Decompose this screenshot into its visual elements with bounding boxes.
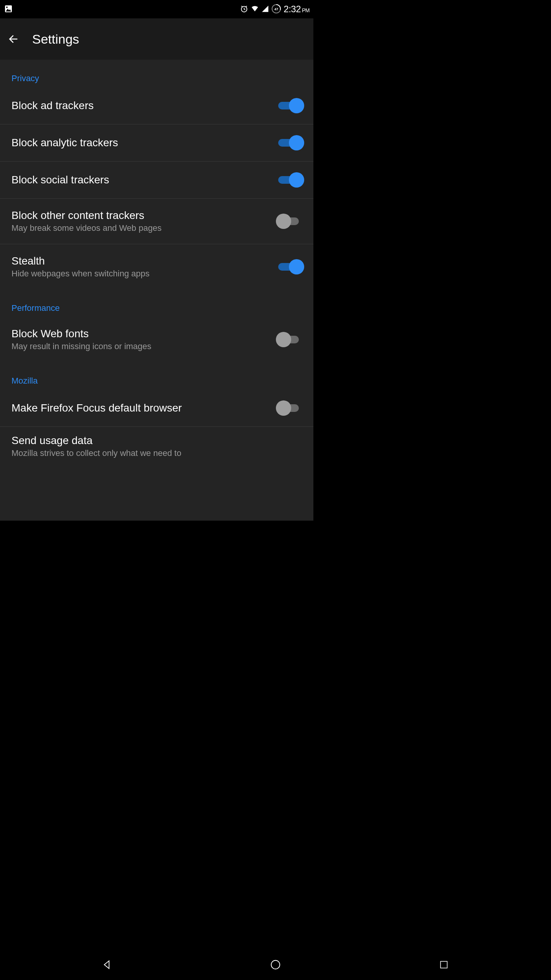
toggle-block-ad-trackers[interactable] bbox=[278, 98, 302, 113]
app-bar: Settings bbox=[0, 18, 313, 60]
back-button[interactable] bbox=[6, 31, 21, 47]
section-header-privacy: Privacy bbox=[0, 60, 313, 87]
setting-stealth[interactable]: Stealth Hide webpages when switching app… bbox=[0, 244, 313, 289]
settings-content[interactable]: Privacy Block ad trackers Block analytic… bbox=[0, 60, 313, 521]
setting-block-analytic-trackers[interactable]: Block analytic trackers bbox=[0, 124, 313, 162]
setting-default-browser[interactable]: Make Firefox Focus default browser bbox=[0, 390, 313, 427]
svg-text:47: 47 bbox=[274, 7, 278, 11]
setting-label: Block social trackers bbox=[11, 174, 271, 186]
status-right-icons: 47 2:32 PM bbox=[240, 4, 310, 15]
setting-label: Stealth bbox=[11, 255, 271, 267]
status-time-value: 2:32 bbox=[284, 4, 301, 15]
section-header-mozilla: Mozilla bbox=[0, 362, 313, 390]
status-time-ampm: PM bbox=[302, 7, 310, 13]
setting-text: Block other content trackers May break s… bbox=[11, 209, 278, 233]
toggle-stealth[interactable] bbox=[278, 259, 302, 274]
svg-point-2 bbox=[6, 7, 8, 8]
setting-sublabel: May result in missing icons or images bbox=[11, 341, 271, 351]
setting-label: Send usage data bbox=[11, 434, 294, 447]
setting-text: Block social trackers bbox=[11, 174, 278, 186]
toggle-block-social-trackers[interactable] bbox=[278, 172, 302, 188]
status-left-icons bbox=[4, 4, 13, 15]
toggle-block-other-content-trackers[interactable] bbox=[278, 214, 302, 229]
setting-text: Send usage data Mozilla strives to colle… bbox=[11, 434, 302, 458]
status-clock: 2:32 PM bbox=[284, 4, 310, 15]
setting-text: Block Web fonts May result in missing ic… bbox=[11, 328, 278, 351]
setting-text: Make Firefox Focus default browser bbox=[11, 402, 278, 414]
toggle-block-analytic-trackers[interactable] bbox=[278, 135, 302, 150]
setting-label: Block other content trackers bbox=[11, 209, 271, 222]
setting-label: Block ad trackers bbox=[11, 100, 271, 112]
setting-sublabel: Hide webpages when switching apps bbox=[11, 269, 271, 279]
setting-block-other-content-trackers[interactable]: Block other content trackers May break s… bbox=[0, 199, 313, 244]
section-header-performance: Performance bbox=[0, 289, 313, 317]
setting-send-usage-data[interactable]: Send usage data Mozilla strives to colle… bbox=[0, 427, 313, 465]
setting-sublabel: May break some videos and Web pages bbox=[11, 223, 271, 233]
status-bar: 47 2:32 PM bbox=[0, 0, 313, 18]
setting-block-ad-trackers[interactable]: Block ad trackers bbox=[0, 87, 313, 124]
setting-label: Block analytic trackers bbox=[11, 137, 271, 149]
setting-block-web-fonts[interactable]: Block Web fonts May result in missing ic… bbox=[0, 317, 313, 362]
battery-icon: 47 bbox=[271, 4, 281, 15]
image-icon bbox=[4, 4, 13, 15]
toggle-default-browser[interactable] bbox=[278, 400, 302, 416]
toggle-block-web-fonts[interactable] bbox=[278, 332, 302, 347]
setting-text: Block ad trackers bbox=[11, 100, 278, 112]
setting-label: Make Firefox Focus default browser bbox=[11, 402, 271, 414]
alarm-icon bbox=[240, 5, 248, 14]
setting-text: Block analytic trackers bbox=[11, 137, 278, 149]
setting-block-social-trackers[interactable]: Block social trackers bbox=[0, 162, 313, 199]
cellular-icon bbox=[261, 5, 269, 14]
wifi-icon bbox=[251, 5, 259, 14]
setting-text: Stealth Hide webpages when switching app… bbox=[11, 255, 278, 279]
page-title: Settings bbox=[32, 32, 79, 47]
setting-label: Block Web fonts bbox=[11, 328, 271, 340]
setting-sublabel: Mozilla strives to collect only what we … bbox=[11, 448, 294, 458]
